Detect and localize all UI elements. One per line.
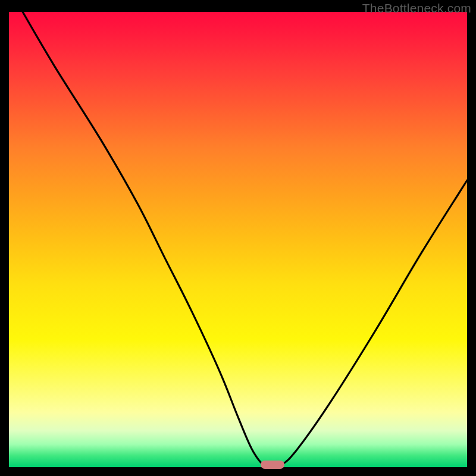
optimum-marker — [261, 461, 284, 469]
chart-stage: TheBottleneck.com — [0, 0, 476, 476]
plot-area — [9, 12, 467, 467]
